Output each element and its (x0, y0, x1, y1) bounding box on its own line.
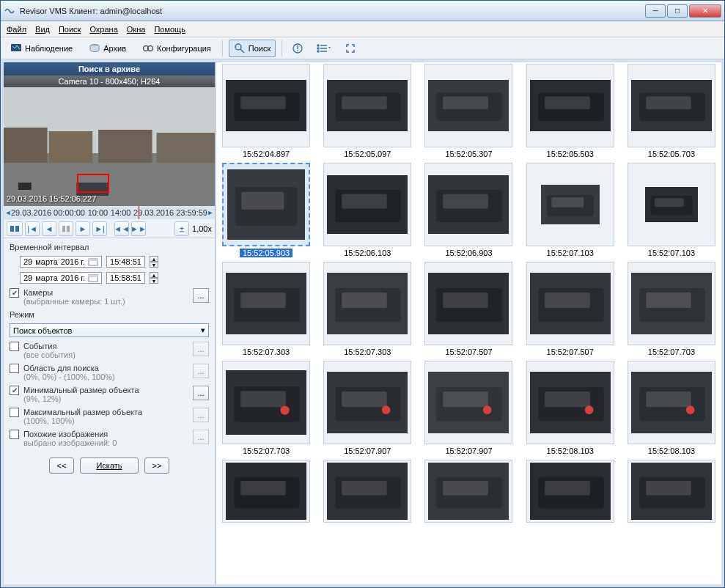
thumbnail-cell[interactable] (522, 460, 619, 523)
thumbnail-cell[interactable]: 15:52:07.907 (319, 361, 416, 455)
thumbnail-cell[interactable]: 15:52:07.103 (522, 163, 619, 257)
thumbnail-cell[interactable]: 15:52:07.703 (218, 361, 314, 455)
minimize-button[interactable]: ─ (645, 4, 666, 18)
search-tool-button[interactable]: Поиск (229, 40, 276, 57)
close-button[interactable]: ✕ (689, 4, 721, 18)
skip-start-button[interactable]: |◄ (25, 221, 40, 236)
maximize-button[interactable]: □ (667, 4, 688, 18)
fullscreen-button[interactable] (341, 40, 360, 57)
menu-help[interactable]: Помощь (154, 25, 185, 34)
thumbnail-cell[interactable]: 15:52:05.097 (319, 64, 416, 158)
rewind-button[interactable]: ◄◄ (114, 221, 129, 236)
thumbnail-cell[interactable]: 15:52:05.503 (522, 64, 619, 158)
sidebar-title: Поиск в архиве (4, 62, 215, 76)
skip-end-button[interactable]: ►| (92, 221, 107, 236)
svg-rect-107 (646, 481, 691, 496)
start-time-spinner[interactable]: ▲▼ (150, 256, 158, 268)
thumbnail-cell[interactable] (420, 460, 517, 523)
cameras-config-button[interactable]: ... (193, 288, 209, 303)
play-button[interactable]: ► (76, 221, 90, 236)
thumbnail-caption: 15:52:07.507 (445, 348, 492, 356)
search-button[interactable]: Искать (80, 457, 139, 474)
end-time-spinner[interactable]: ▲▼ (150, 272, 158, 284)
thumbnail-image (530, 80, 611, 131)
thumbnail-cell[interactable] (623, 460, 720, 523)
thumbnail-cell[interactable]: 15:52:06.903 (420, 163, 517, 257)
thumbnail-cell[interactable]: 15:52:05.307 (420, 64, 517, 158)
thumbnail-cell[interactable]: 15:52:05.903 (218, 163, 314, 257)
minsize-config-button[interactable]: ... (193, 386, 209, 400)
thumbnail-image (327, 175, 408, 234)
archive-button[interactable]: Архив (84, 40, 131, 56)
thumbnail-cell[interactable]: 15:52:08.103 (623, 361, 720, 455)
menu-guard[interactable]: Охрана (89, 25, 117, 34)
list-mode-button[interactable] (313, 40, 335, 57)
thumbnail-cell[interactable]: 15:52:07.303 (218, 262, 314, 356)
thumbnail-caption: 15:52:06.903 (445, 249, 492, 257)
area-config-button[interactable]: ... (193, 364, 209, 378)
config-button[interactable]: Конфигурация (137, 40, 216, 56)
mode-dropdown[interactable]: Поиск объектов ▾ (10, 323, 209, 337)
cameras-checkbox[interactable]: ✔ (10, 288, 19, 298)
thumbnail-cell[interactable]: 15:52:07.303 (319, 262, 416, 356)
timeline-end: 29.03.2016 23:59:59 (133, 208, 207, 217)
thumbnail-cell[interactable]: 15:52:06.103 (319, 163, 416, 257)
thumbnail-frame (628, 361, 715, 444)
thumbnail-image (530, 372, 611, 433)
thumbnail-cell[interactable]: 15:52:07.907 (420, 361, 517, 455)
results-pane[interactable]: 15:52:04.897 15:52:05.097 15:52:05.307 1… (216, 62, 721, 584)
thumbnail-image (327, 80, 408, 131)
observe-button[interactable]: Наблюдение (5, 40, 78, 56)
menu-view[interactable]: Вид (35, 25, 50, 34)
timeline-marker[interactable] (139, 206, 139, 219)
svg-point-80 (382, 405, 391, 414)
timeline[interactable]: ◄ 29.03.2016 00:00:00 10:00 14:00 29.03.… (4, 206, 215, 219)
prev-page-button[interactable]: << (49, 457, 74, 474)
maxsize-config-button[interactable]: ... (193, 408, 209, 422)
menubar: Файл Вид Поиск Охрана Окна Помощь (1, 21, 724, 37)
thumbnail-cell[interactable] (218, 460, 314, 523)
events-label: События (23, 342, 188, 350)
pause-button[interactable]: ▮▮ (59, 221, 73, 236)
similar-checkbox[interactable] (10, 430, 19, 439)
thumbnail-frame (628, 163, 715, 246)
menu-file[interactable]: Файл (7, 25, 26, 34)
start-date-input[interactable]: 29марта2016 г. (20, 256, 102, 268)
menu-search[interactable]: Поиск (59, 25, 81, 34)
bottom-buttons: << Искать >> (10, 452, 209, 479)
thumbnail-cell[interactable]: 15:52:05.703 (623, 64, 720, 158)
end-date-input[interactable]: 29марта2016 г. (20, 272, 102, 284)
thumbnail-cell[interactable]: 15:52:08.103 (522, 361, 619, 455)
end-time-input[interactable]: 15:58:51 (106, 272, 145, 284)
thumbnail-caption: 15:52:05.703 (648, 150, 695, 158)
thumbnail-cell[interactable]: 15:52:07.507 (420, 262, 517, 356)
roi-rect[interactable] (77, 174, 109, 193)
toggle-info-button[interactable]: ! (288, 40, 307, 57)
timeline-next[interactable]: ► (206, 206, 215, 219)
playmode-button[interactable] (7, 221, 23, 236)
events-config-button[interactable]: ... (193, 342, 209, 356)
speed-reset-button[interactable]: ± (174, 221, 189, 236)
timeline-prev[interactable]: ◄ (4, 206, 12, 219)
minsize-checkbox[interactable]: ✔ (10, 386, 19, 395)
svg-rect-0 (11, 44, 21, 51)
thumbnail-caption: 15:52:05.903 (240, 249, 292, 257)
preview[interactable]: 29.03.2016 15:52:06.227 (4, 87, 215, 206)
events-checkbox[interactable] (10, 342, 19, 351)
area-checkbox[interactable] (10, 364, 19, 373)
menu-windows[interactable]: Окна (127, 25, 146, 34)
thumbnail-cell[interactable]: 15:52:07.507 (522, 262, 619, 356)
thumbnail-cell[interactable]: 15:52:07.103 (623, 163, 720, 257)
thumbnail-cell[interactable]: 15:52:04.897 (218, 64, 314, 158)
thumbnail-caption: 15:52:07.703 (648, 348, 695, 356)
play-back-button[interactable]: ◄ (42, 221, 56, 236)
svg-rect-51 (444, 194, 489, 209)
thumbnail-cell[interactable] (319, 460, 416, 523)
start-time-input[interactable]: 15:48:51 (106, 256, 145, 268)
next-page-button[interactable]: >> (144, 457, 169, 474)
thumbnail-cell[interactable]: 15:52:07.703 (623, 262, 720, 356)
maxsize-checkbox[interactable] (10, 408, 19, 417)
cameras-sub: (выбранные камеры: 1 шт.) (23, 297, 188, 306)
similar-config-button[interactable]: ... (193, 430, 209, 444)
fastforward-button[interactable]: ►► (131, 221, 146, 236)
